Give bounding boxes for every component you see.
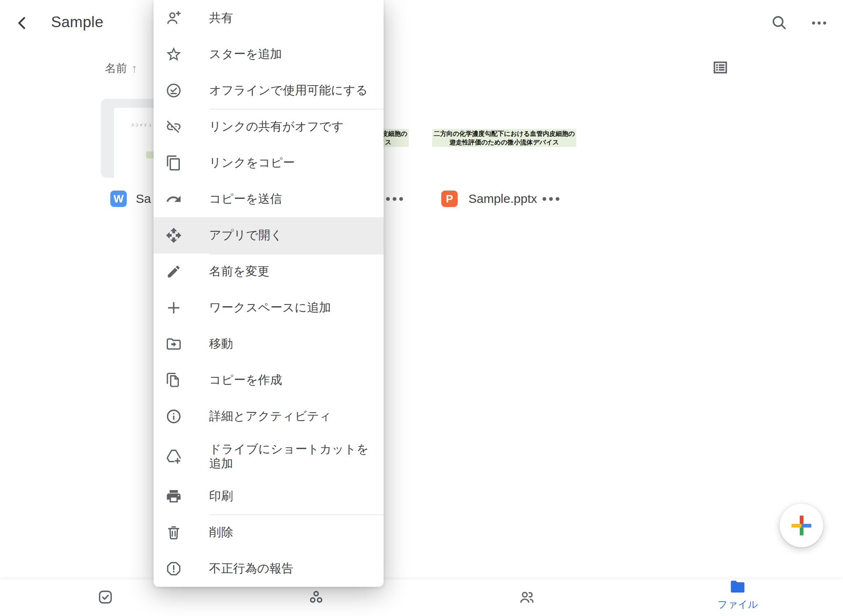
menu-item-details-activity[interactable]: 詳細とアクティビティ: [154, 398, 384, 435]
list-view-icon: [712, 59, 729, 78]
tasks-checkbox-icon: [97, 589, 114, 607]
page-title: Sample: [51, 14, 103, 31]
drive-app-screen: Sample 名前 ↑ スライド 1 二方向の化学濃度勾配下における血管内皮細胞…: [0, 0, 843, 616]
menu-item-make-copy[interactable]: コピーを作成: [154, 362, 384, 398]
add-shortcut-drive-icon: [165, 447, 183, 465]
menu-item-share[interactable]: 共有: [154, 0, 384, 36]
offline-pin-icon: [165, 81, 183, 100]
list-view-toggle-button[interactable]: [712, 60, 729, 77]
nav-tab-files[interactable]: ファイル: [696, 578, 779, 614]
menu-item-send-copy[interactable]: コピーを送信: [154, 181, 384, 217]
file-copy-icon: [165, 371, 183, 389]
menu-item-add-to-workspace[interactable]: ワークスペースに追加: [154, 290, 384, 326]
folder-icon: [729, 578, 747, 597]
menu-item-move[interactable]: 移動: [154, 326, 384, 362]
nav-tab-shared[interactable]: [486, 579, 568, 616]
plus-icon: [165, 299, 183, 317]
sort-ascending-arrow-icon: ↑: [131, 62, 137, 75]
shared-people-icon: [519, 589, 535, 607]
menu-item-add-star[interactable]: スターを追加: [154, 36, 384, 72]
person-add-icon: [165, 9, 183, 27]
file-more-button[interactable]: [386, 197, 403, 201]
word-file-icon: W: [110, 191, 127, 207]
create-new-fab[interactable]: [780, 504, 823, 547]
send-copy-arrow-icon: [165, 190, 183, 208]
thumbnail-title-block: 二方向の化学濃度勾配下における血管内皮細胞の 遊走性評価のための微小流体デバイス: [432, 129, 576, 147]
nav-tab-label: ファイル: [717, 598, 758, 611]
link-off-icon: [165, 118, 183, 136]
file-context-menu: 共有 スターを追加 オフラインで使用可能にする リンクの共有がオフです: [154, 0, 384, 587]
edit-pencil-icon: [165, 263, 183, 281]
back-button[interactable]: [12, 14, 32, 34]
folder-move-icon: [165, 335, 183, 353]
menu-item-make-available-offline[interactable]: オフラインで使用可能にする: [154, 72, 384, 109]
file-thumbnail-card[interactable]: 二方向の化学濃度勾配下における血管内皮細胞の 遊走性評価のための微小流体デバイス: [421, 99, 585, 178]
star-icon: [165, 45, 183, 63]
thumbnail-slide-label: スライド 1: [131, 123, 151, 128]
menu-item-copy-link[interactable]: リンクをコピー: [154, 145, 384, 181]
menu-item-open-in-app[interactable]: アプリで開く: [154, 217, 384, 253]
trash-icon: [165, 523, 183, 542]
print-icon: [165, 487, 183, 505]
copy-link-icon: [165, 154, 183, 172]
overflow-menu-button[interactable]: [808, 13, 831, 35]
bottom-navigation-bar: ファイル: [0, 579, 843, 616]
file-more-button[interactable]: [543, 197, 559, 201]
menu-item-print[interactable]: 印刷: [154, 478, 384, 514]
menu-item-add-shortcut-to-drive[interactable]: ドライブにショートカットを 追加: [154, 435, 384, 478]
workspaces-icon: [308, 589, 324, 607]
sort-by-name-button[interactable]: 名前 ↑: [105, 61, 137, 76]
menu-item-delete[interactable]: 削除: [154, 514, 384, 551]
sort-label: 名前: [105, 61, 127, 76]
search-icon: [770, 14, 788, 33]
back-arrow-icon: [14, 15, 30, 33]
file-name[interactable]: Sa: [136, 192, 151, 206]
nav-tab-tasks[interactable]: [64, 579, 147, 616]
file-name[interactable]: Sample.pptx: [468, 192, 537, 206]
open-with-icon: [165, 226, 183, 244]
menu-item-link-sharing-off[interactable]: リンクの共有がオフです: [154, 109, 384, 145]
report-icon: [165, 560, 183, 578]
search-button[interactable]: [768, 12, 790, 35]
menu-item-rename[interactable]: 名前を変更: [154, 253, 384, 290]
more-horizontal-icon: [810, 14, 829, 34]
menu-item-report-abuse[interactable]: 不正行為の報告: [154, 551, 384, 587]
powerpoint-file-icon: P: [441, 191, 458, 207]
info-icon: [165, 407, 183, 425]
